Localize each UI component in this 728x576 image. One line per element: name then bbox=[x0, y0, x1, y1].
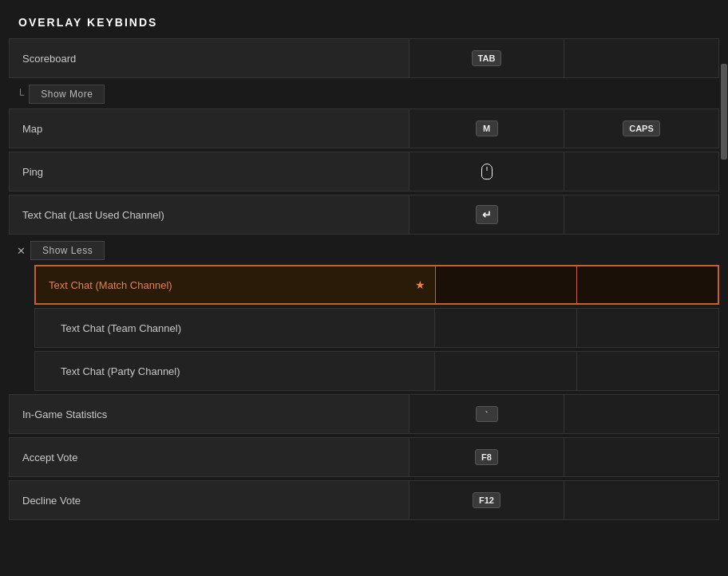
map-key1-badge: M bbox=[476, 120, 498, 136]
text-chat-last-key1-badge: ↵ bbox=[476, 205, 498, 224]
accept-vote-row: Accept Vote F8 bbox=[9, 437, 719, 477]
decline-vote-key1-badge: F12 bbox=[473, 492, 500, 508]
scoreboard-key2[interactable] bbox=[564, 39, 718, 77]
text-chat-party-row: Text Chat (Party Channel) bbox=[34, 351, 719, 391]
map-key2-badge: CAPS bbox=[623, 120, 660, 136]
map-label: Map bbox=[10, 123, 409, 135]
text-chat-last-key2[interactable] bbox=[564, 195, 718, 234]
ping-label: Ping bbox=[10, 166, 409, 178]
show-more-connector-icon: └ bbox=[17, 89, 24, 101]
star-icon: ★ bbox=[415, 278, 425, 291]
scoreboard-key1[interactable]: TAB bbox=[409, 39, 564, 77]
text-chat-last-key1[interactable]: ↵ bbox=[409, 195, 564, 234]
ping-key1[interactable] bbox=[409, 152, 564, 191]
show-more-row: └ Show More bbox=[9, 81, 719, 108]
scoreboard-key1-badge: TAB bbox=[472, 50, 502, 66]
text-chat-last-slots: ↵ bbox=[409, 195, 718, 234]
scrollbar-thumb[interactable] bbox=[721, 64, 727, 160]
ping-slots bbox=[409, 152, 718, 191]
accept-vote-key1-badge: F8 bbox=[475, 449, 498, 465]
text-chat-party-key2[interactable] bbox=[576, 352, 718, 390]
in-game-stats-slots: ` bbox=[409, 395, 718, 433]
accept-vote-key2[interactable] bbox=[564, 438, 718, 476]
scoreboard-slots: TAB bbox=[409, 39, 718, 77]
show-more-button[interactable]: Show More bbox=[29, 85, 105, 104]
in-game-stats-key1-badge: ` bbox=[476, 406, 498, 422]
in-game-stats-label: In-Game Statistics bbox=[10, 408, 409, 420]
scrollbar[interactable] bbox=[720, 0, 728, 576]
show-less-button[interactable]: Show Less bbox=[30, 241, 105, 260]
text-chat-match-slots bbox=[435, 266, 718, 303]
scoreboard-row: Scoreboard TAB bbox=[9, 38, 719, 78]
accept-vote-slots: F8 bbox=[409, 438, 718, 476]
text-chat-team-label: Text Chat (Team Channel) bbox=[35, 322, 434, 334]
text-chat-match-key2[interactable] bbox=[576, 266, 718, 303]
text-chat-party-key1[interactable] bbox=[434, 352, 576, 390]
ping-mouse-icon bbox=[481, 164, 493, 180]
text-chat-party-label: Text Chat (Party Channel) bbox=[35, 365, 434, 377]
in-game-stats-key2[interactable] bbox=[564, 395, 718, 433]
in-game-stats-row: In-Game Statistics ` bbox=[9, 394, 719, 434]
text-chat-match-label: Text Chat (Match Channel) ★ bbox=[36, 278, 435, 291]
panel-title: OVERLAY KEYBINDS bbox=[9, 8, 719, 38]
map-slots: M CAPS bbox=[409, 109, 718, 148]
map-row: Map M CAPS bbox=[9, 108, 719, 148]
map-key2[interactable]: CAPS bbox=[564, 109, 718, 148]
text-chat-last-label: Text Chat (Last Used Channel) bbox=[10, 209, 409, 221]
text-chat-team-row: Text Chat (Team Channel) bbox=[34, 308, 719, 348]
decline-vote-key1[interactable]: F12 bbox=[409, 481, 564, 519]
close-icon[interactable]: ✕ bbox=[17, 245, 26, 257]
text-chat-party-slots bbox=[434, 352, 718, 390]
scoreboard-label: Scoreboard bbox=[10, 53, 409, 65]
in-game-stats-key1[interactable]: ` bbox=[409, 395, 564, 433]
ping-key2[interactable] bbox=[564, 152, 718, 191]
map-key1[interactable]: M bbox=[409, 109, 564, 148]
text-chat-team-slots bbox=[434, 309, 718, 347]
decline-vote-row: Decline Vote F12 bbox=[9, 480, 719, 520]
decline-vote-key2[interactable] bbox=[564, 481, 718, 519]
text-chat-match-row: Text Chat (Match Channel) ★ bbox=[34, 265, 719, 305]
text-chat-team-key1[interactable] bbox=[434, 309, 576, 347]
text-chat-team-key2[interactable] bbox=[576, 309, 718, 347]
show-less-row: ✕ Show Less bbox=[9, 238, 719, 265]
text-chat-last-row: Text Chat (Last Used Channel) ↵ bbox=[9, 195, 719, 235]
accept-vote-label: Accept Vote bbox=[10, 452, 409, 464]
decline-vote-slots: F12 bbox=[409, 481, 718, 519]
ping-row: Ping bbox=[9, 152, 719, 191]
text-chat-match-key1[interactable] bbox=[435, 266, 576, 303]
chat-channels-group: Text Chat (Match Channel) ★ Text Chat (T… bbox=[34, 265, 719, 391]
decline-vote-label: Decline Vote bbox=[10, 495, 409, 507]
accept-vote-key1[interactable]: F8 bbox=[409, 438, 564, 476]
